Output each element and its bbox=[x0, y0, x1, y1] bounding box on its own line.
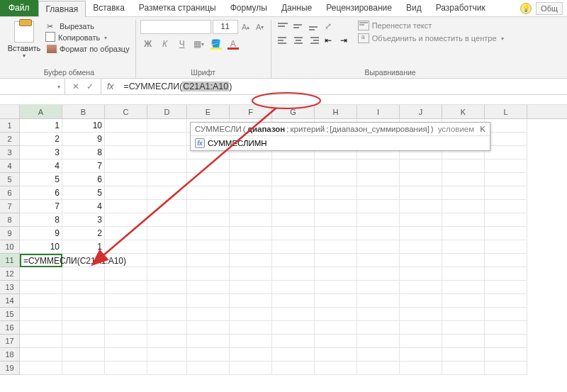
column-header-H[interactable]: H bbox=[315, 105, 357, 118]
cell-E9[interactable] bbox=[187, 227, 230, 240]
decrease-indent-button[interactable]: ⇤ bbox=[322, 34, 337, 47]
cell-D13[interactable] bbox=[147, 281, 187, 294]
cell-L13[interactable] bbox=[485, 281, 527, 294]
cell-D16[interactable] bbox=[147, 321, 187, 335]
font-size-dropdown[interactable]: 11 bbox=[213, 20, 238, 34]
cell-H5[interactable] bbox=[315, 173, 357, 186]
cell-C6[interactable] bbox=[105, 186, 147, 200]
cell-J19[interactable] bbox=[400, 362, 442, 375]
cell-H11[interactable] bbox=[315, 254, 357, 267]
cell-I7[interactable] bbox=[357, 200, 400, 213]
underline-button[interactable]: Ч bbox=[174, 37, 190, 51]
cell-J14[interactable] bbox=[400, 294, 442, 308]
cell-D17[interactable] bbox=[147, 335, 187, 348]
cell-I8[interactable] bbox=[357, 213, 400, 227]
cell-A13[interactable] bbox=[20, 281, 62, 294]
cell-I18[interactable] bbox=[357, 348, 400, 362]
cell-C7[interactable] bbox=[105, 200, 147, 213]
cell-A9[interactable]: 9 bbox=[20, 227, 62, 240]
cell-E14[interactable] bbox=[187, 294, 230, 308]
align-bottom-button[interactable] bbox=[307, 20, 321, 33]
cell-C2[interactable] bbox=[105, 133, 147, 146]
cell-F18[interactable] bbox=[230, 348, 272, 362]
cell-E11[interactable] bbox=[187, 254, 230, 267]
row-header-13[interactable]: 13 bbox=[0, 281, 20, 294]
cell-D11[interactable] bbox=[147, 254, 187, 267]
column-header-I[interactable]: I bbox=[357, 105, 400, 118]
font-color-button[interactable]: A bbox=[225, 37, 241, 51]
bold-button[interactable]: Ж bbox=[140, 37, 156, 51]
cell-J5[interactable] bbox=[400, 173, 442, 186]
cell-H10[interactable] bbox=[315, 240, 357, 254]
cell-H14[interactable] bbox=[315, 294, 357, 308]
cell-J8[interactable] bbox=[400, 213, 442, 227]
cell-D1[interactable] bbox=[147, 119, 187, 133]
cell-H16[interactable] bbox=[315, 321, 357, 335]
cell-F8[interactable] bbox=[230, 213, 272, 227]
cell-G14[interactable] bbox=[272, 294, 315, 308]
cell-E18[interactable] bbox=[187, 348, 230, 362]
formula-input[interactable]: =СУММЕСЛИ(C21A1:A10) bbox=[119, 79, 567, 94]
cell-L1[interactable] bbox=[485, 119, 527, 133]
cell-L3[interactable] bbox=[485, 146, 527, 159]
cell-K9[interactable] bbox=[442, 227, 485, 240]
tab-formulas[interactable]: Формулы bbox=[223, 0, 274, 16]
cell-L2[interactable] bbox=[485, 133, 527, 146]
cell-A15[interactable] bbox=[20, 308, 62, 321]
column-header-C[interactable]: C bbox=[105, 105, 147, 118]
cell-K16[interactable] bbox=[442, 321, 485, 335]
cell-B17[interactable] bbox=[62, 335, 105, 348]
cell-G18[interactable] bbox=[272, 348, 315, 362]
cell-F17[interactable] bbox=[230, 335, 272, 348]
cell-B2[interactable]: 9 bbox=[62, 133, 105, 146]
cell-G11[interactable] bbox=[272, 254, 315, 267]
cell-G9[interactable] bbox=[272, 227, 315, 240]
cell-G10[interactable] bbox=[272, 240, 315, 254]
cell-C13[interactable] bbox=[105, 281, 147, 294]
cell-F10[interactable] bbox=[230, 240, 272, 254]
cell-G8[interactable] bbox=[272, 213, 315, 227]
column-header-E[interactable]: E bbox=[187, 105, 230, 118]
cell-H8[interactable] bbox=[315, 213, 357, 227]
borders-button[interactable]: ▦▾ bbox=[191, 37, 207, 51]
select-all-corner[interactable] bbox=[0, 105, 20, 118]
column-header-G[interactable]: G bbox=[272, 105, 315, 118]
cell-F7[interactable] bbox=[230, 200, 272, 213]
cell-F15[interactable] bbox=[230, 308, 272, 321]
cell-A18[interactable] bbox=[20, 348, 62, 362]
cell-A19[interactable] bbox=[20, 362, 62, 375]
cell-I12[interactable] bbox=[357, 267, 400, 281]
cell-D4[interactable] bbox=[147, 159, 187, 173]
cell-C17[interactable] bbox=[105, 335, 147, 348]
cell-K6[interactable] bbox=[442, 186, 485, 200]
column-header-D[interactable]: D bbox=[147, 105, 187, 118]
cell-C1[interactable] bbox=[105, 119, 147, 133]
row-header-10[interactable]: 10 bbox=[0, 240, 20, 254]
row-header-7[interactable]: 7 bbox=[0, 200, 20, 213]
cell-K15[interactable] bbox=[442, 308, 485, 321]
row-header-12[interactable]: 12 bbox=[0, 267, 20, 281]
tab-review[interactable]: Рецензирование bbox=[319, 0, 399, 16]
orientation-button[interactable]: ⤢ bbox=[322, 20, 337, 33]
cell-A17[interactable] bbox=[20, 335, 62, 348]
cell-H15[interactable] bbox=[315, 308, 357, 321]
copy-button[interactable]: Копировать▾ bbox=[45, 33, 131, 43]
cell-B7[interactable]: 4 bbox=[62, 200, 105, 213]
cell-E12[interactable] bbox=[187, 267, 230, 281]
cell-E13[interactable] bbox=[187, 281, 230, 294]
tab-insert[interactable]: Вставка bbox=[86, 0, 132, 16]
cell-J11[interactable] bbox=[400, 254, 442, 267]
row-header-1[interactable]: 1 bbox=[0, 119, 20, 133]
cell-E8[interactable] bbox=[187, 213, 230, 227]
cell-G6[interactable] bbox=[272, 186, 315, 200]
cell-J18[interactable] bbox=[400, 348, 442, 362]
cell-F11[interactable] bbox=[230, 254, 272, 267]
function-suggestion[interactable]: fx СУММЕСЛИМН bbox=[191, 136, 490, 150]
cell-J4[interactable] bbox=[400, 159, 442, 173]
cell-K5[interactable] bbox=[442, 173, 485, 186]
column-header-A[interactable]: A bbox=[20, 105, 62, 118]
cell-K14[interactable] bbox=[442, 294, 485, 308]
tab-developer[interactable]: Разработчик bbox=[429, 0, 493, 16]
share-button[interactable]: Общ bbox=[536, 2, 563, 15]
cell-L17[interactable] bbox=[485, 335, 527, 348]
